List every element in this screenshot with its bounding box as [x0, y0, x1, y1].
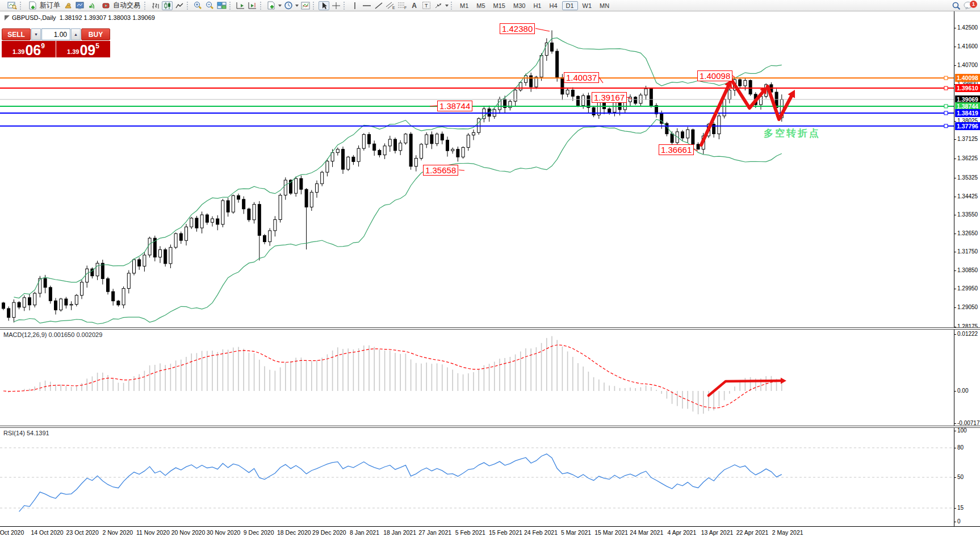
toolbar-grip[interactable]: [187, 2, 189, 10]
new-order-label: 新订单: [40, 1, 60, 10]
turning-point-label[interactable]: 多空转折点: [764, 127, 820, 140]
search-icon[interactable]: [951, 1, 962, 10]
buy-button[interactable]: BUY: [81, 28, 110, 40]
chart-canvas[interactable]: [0, 11, 954, 526]
text-tool-icon[interactable]: A: [409, 1, 420, 10]
market-watch-icon[interactable]: [75, 1, 86, 10]
axis-tick-dash: [954, 234, 956, 234]
zoom-out-icon[interactable]: [204, 1, 215, 10]
toolbar-grip[interactable]: [229, 2, 232, 10]
sell-price-display[interactable]: 1.39 06 9: [2, 41, 56, 57]
new-order-button[interactable]: 新订单: [26, 1, 62, 11]
new-template-icon[interactable]: [266, 1, 277, 10]
date-axis[interactable]: Oct 202014 Oct 202023 Oct 20202 Nov 2020…: [0, 526, 980, 537]
axis-tick-label: 1.33550: [957, 211, 978, 218]
auto-trading-label: 自动交易: [113, 1, 140, 10]
period-dropdown-caret[interactable]: [295, 5, 299, 7]
auto-trading-button[interactable]: 自动交易: [99, 1, 142, 11]
hline-handle[interactable]: [944, 76, 948, 80]
trend-arrow[interactable]: [731, 80, 763, 108]
timeframe-m15[interactable]: M15: [490, 2, 509, 10]
line-chart-icon[interactable]: [174, 1, 185, 10]
toolbar-grip[interactable]: [451, 2, 453, 10]
arrow-objects-icon[interactable]: [433, 1, 443, 10]
zoom-in-icon[interactable]: [192, 1, 203, 10]
timeframe-m5[interactable]: M5: [473, 2, 488, 10]
price-callout-1.40098[interactable]: 1.40098: [697, 70, 732, 81]
axis-tick-dash: [954, 423, 956, 424]
volume-down-button[interactable]: ▼: [31, 28, 41, 40]
gold-icon[interactable]: [63, 1, 74, 10]
clipped-window-icon[interactable]: [2, 1, 6, 10]
hline-handle[interactable]: [944, 111, 948, 115]
toolbar-grip[interactable]: [344, 2, 346, 10]
sell-button[interactable]: SELL: [2, 28, 31, 40]
auto-scroll-icon[interactable]: [235, 1, 246, 10]
fibonacci-tool-icon[interactable]: F: [397, 1, 408, 10]
indicators-icon[interactable]: [300, 1, 311, 10]
equidistant-channel-tool-icon[interactable]: E: [385, 1, 396, 10]
axis-tick-dash: [954, 65, 956, 66]
axis-tick-label: 1.36225: [957, 155, 978, 161]
callout-tail: [535, 28, 550, 31]
axis-tick-label: 0.01222: [957, 331, 978, 337]
toolbar-grip[interactable]: [144, 2, 146, 10]
callout-tail: [732, 76, 735, 77]
mt4-window: 新订单 自动交易 E F A T: [0, 0, 980, 537]
candlestick-chart-icon[interactable]: [162, 1, 173, 10]
date-label: 15 Feb 2021: [489, 529, 522, 536]
period-clock-icon[interactable]: [283, 1, 294, 10]
volume-input[interactable]: 1.00: [41, 28, 70, 40]
signal-icon[interactable]: [87, 1, 98, 10]
template-dropdown-caret[interactable]: [278, 5, 282, 7]
cursor-tool-icon[interactable]: [319, 1, 329, 10]
timeframe-mn[interactable]: MN: [596, 2, 613, 10]
tile-windows-icon[interactable]: [216, 1, 227, 10]
price-axis[interactable]: 1.425001.416001.407001.398001.380251.371…: [954, 11, 980, 526]
price-callout-1.42380[interactable]: 1.42380: [500, 23, 535, 34]
rsi-panel-separator[interactable]: [0, 426, 980, 428]
macd-panel-separator[interactable]: [0, 327, 980, 330]
toolbar-grip[interactable]: [313, 2, 315, 10]
timeframe-m30[interactable]: M30: [510, 2, 529, 10]
text-label-tool-icon[interactable]: T: [421, 1, 432, 10]
price-callout-1.38744[interactable]: 1.38744: [437, 101, 472, 111]
date-label: Oct 2020: [0, 529, 24, 536]
date-label: 9 Dec 2020: [244, 529, 274, 536]
vertical-line-tool-icon[interactable]: [349, 1, 360, 10]
trendline-tool-icon[interactable]: [373, 1, 384, 10]
price-callout-1.36661[interactable]: 1.36661: [659, 144, 694, 155]
auto-trading-icon: [100, 1, 111, 10]
price-badge-1.37796: 1.37796: [955, 122, 980, 130]
timeframe-h1[interactable]: H1: [530, 2, 545, 10]
crosshair-tool-icon[interactable]: [330, 1, 341, 10]
toolbar-grip[interactable]: [20, 2, 22, 10]
toolbar-grip[interactable]: [260, 2, 262, 10]
price-callout-1.40037[interactable]: 1.40037: [564, 72, 599, 83]
hline-handle[interactable]: [944, 124, 948, 128]
axis-tick-label: 1.35325: [957, 174, 978, 181]
axis-tick-dash: [954, 334, 956, 335]
price-callout-1.35658[interactable]: 1.35658: [423, 165, 458, 176]
hline-handle[interactable]: [944, 105, 948, 108]
axis-tick-dash: [954, 159, 956, 159]
chart-shift-icon[interactable]: [247, 1, 258, 10]
chat-icon[interactable]: 1: [963, 1, 974, 10]
hline-handle[interactable]: [944, 86, 948, 90]
axis-tick-label: 0.00: [957, 388, 968, 394]
axis-tick-label: 1.40700: [957, 62, 978, 68]
timeframe-w1[interactable]: W1: [579, 2, 596, 10]
timeframe-d1[interactable]: D1: [562, 1, 578, 10]
timeframe-h4[interactable]: H4: [546, 2, 560, 10]
axis-tick-dash: [954, 47, 956, 47]
sell-price-prefix: 1.39: [12, 48, 24, 55]
price-callout-1.39167[interactable]: 1.39167: [592, 92, 627, 103]
price-badge-1.39610: 1.39610: [955, 84, 980, 92]
arrows-dropdown-caret[interactable]: [445, 5, 449, 7]
buy-price-display[interactable]: 1.39 09 5: [56, 41, 110, 57]
volume-up-button[interactable]: ▲: [71, 28, 81, 40]
horizontal-line-tool-icon[interactable]: [361, 1, 372, 10]
bar-chart-icon[interactable]: [150, 1, 161, 10]
chart-profile-icon[interactable]: [7, 1, 18, 10]
timeframe-m1[interactable]: M1: [457, 2, 472, 10]
